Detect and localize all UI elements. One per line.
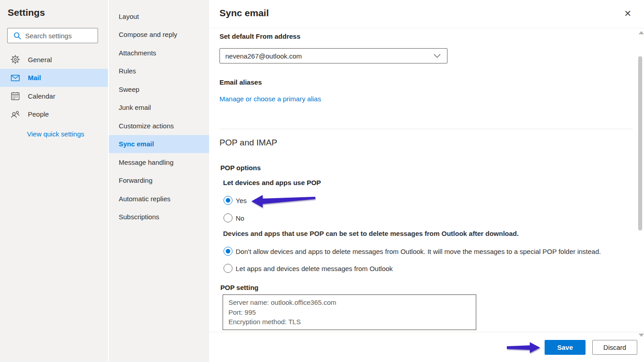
pop-encryption: Encryption method: TLS [228, 317, 470, 327]
gear-icon [11, 55, 20, 64]
email-aliases-label: Email aliases [219, 78, 262, 86]
radio-option-let-delete[interactable]: Let apps and devices delete messages fro… [224, 263, 393, 274]
settings-sidebar: Settings [0, 0, 108, 362]
nav-item-attachments[interactable]: Attachments [109, 44, 209, 62]
annotation-arrow-save [506, 341, 541, 354]
sync-email-panel: Sync email ✕ Set default From address ne… [209, 0, 644, 362]
radio-option-no[interactable]: No [224, 213, 244, 223]
radio-dont-allow-delete[interactable] [224, 247, 233, 256]
sidebar-item-label: Calendar [28, 92, 55, 100]
panel-footer: Save Discard [209, 332, 644, 362]
default-from-value: nevena267@outlook.com [225, 52, 434, 60]
mail-icon [11, 73, 20, 82]
pop-setting-box: Server name: outlook.office365.com Port:… [223, 294, 476, 330]
nav-item-message-handling[interactable]: Message handling [109, 153, 209, 172]
pop-server-name: Server name: outlook.office365.com [228, 298, 470, 308]
chevron-down-icon [434, 54, 441, 58]
nav-item-customize-actions[interactable]: Customize actions [109, 117, 209, 135]
pop-delete-description: Devices and apps that use POP can be set… [223, 230, 519, 237]
nav-item-forwarding[interactable]: Forwarding [109, 172, 209, 190]
nav-item-subscriptions[interactable]: Subscriptions [109, 208, 209, 226]
pop-imap-heading: POP and IMAP [219, 138, 277, 148]
default-from-dropdown[interactable]: nevena267@outlook.com [219, 48, 447, 63]
view-quick-settings-link[interactable]: View quick settings [27, 130, 84, 138]
sidebar-item-label: People [28, 110, 49, 118]
sidebar-nav: General Mail [0, 50, 108, 123]
radio-let-delete-label[interactable]: Let apps and devices delete messages fro… [236, 265, 393, 272]
nav-item-automatic-replies[interactable]: Automatic replies [109, 190, 209, 208]
search-settings-box[interactable] [7, 28, 98, 43]
search-input[interactable] [25, 32, 93, 40]
radio-yes-label[interactable]: Yes [236, 197, 246, 204]
nav-item-layout[interactable]: Layout [109, 7, 209, 26]
close-icon[interactable]: ✕ [622, 8, 633, 19]
save-button[interactable]: Save [545, 340, 586, 355]
nav-item-sync-email[interactable]: Sync email [109, 135, 209, 154]
pop-setting-label: POP setting [220, 284, 259, 291]
sidebar-item-label: Mail [28, 74, 41, 81]
scrollbar-down-arrow[interactable] [639, 334, 644, 337]
sidebar-item-people[interactable]: People [0, 105, 108, 124]
sidebar-item-calendar[interactable]: Calendar [0, 87, 108, 105]
section-divider [219, 129, 633, 129]
radio-option-dont-allow-delete[interactable]: Don't allow devices and apps to delete m… [224, 246, 601, 257]
page-title: Sync email [219, 8, 269, 18]
sidebar-item-mail[interactable]: Mail [0, 69, 108, 87]
search-icon [13, 32, 21, 40]
nav-item-rules[interactable]: Rules [109, 62, 209, 81]
radio-no[interactable] [224, 213, 233, 222]
scrollbar-thumb[interactable] [638, 56, 642, 231]
default-from-label: Set default From address [219, 32, 300, 40]
let-devices-use-pop-label: Let devices and apps use POP [223, 179, 321, 186]
pop-port: Port: 995 [228, 308, 470, 317]
sidebar-item-label: General [28, 56, 52, 63]
people-icon [11, 110, 20, 119]
header-divider [209, 28, 644, 28]
scrollbar-up-arrow[interactable] [639, 31, 644, 34]
settings-window: Settings [0, 0, 644, 362]
radio-no-label[interactable]: No [236, 214, 244, 222]
manage-alias-link[interactable]: Manage or choose a primary alias [219, 95, 321, 103]
calendar-icon [11, 91, 20, 100]
nav-item-sweep[interactable]: Sweep [109, 80, 209, 99]
settings-title: Settings [8, 7, 45, 18]
radio-yes[interactable] [224, 196, 233, 205]
sidebar-item-general[interactable]: General [0, 50, 108, 69]
mail-settings-nav: Layout Compose and reply Attachments Rul… [108, 0, 209, 362]
radio-dont-allow-delete-label[interactable]: Don't allow devices and apps to delete m… [236, 248, 601, 255]
radio-option-yes[interactable]: Yes [224, 195, 246, 206]
annotation-arrow-yes [250, 193, 316, 209]
discard-button[interactable]: Discard [592, 340, 637, 355]
pop-options-label: POP options [220, 164, 261, 172]
nav-item-junk-email[interactable]: Junk email [109, 99, 209, 117]
nav-item-compose-and-reply[interactable]: Compose and reply [109, 26, 209, 44]
radio-let-delete[interactable] [224, 264, 233, 273]
